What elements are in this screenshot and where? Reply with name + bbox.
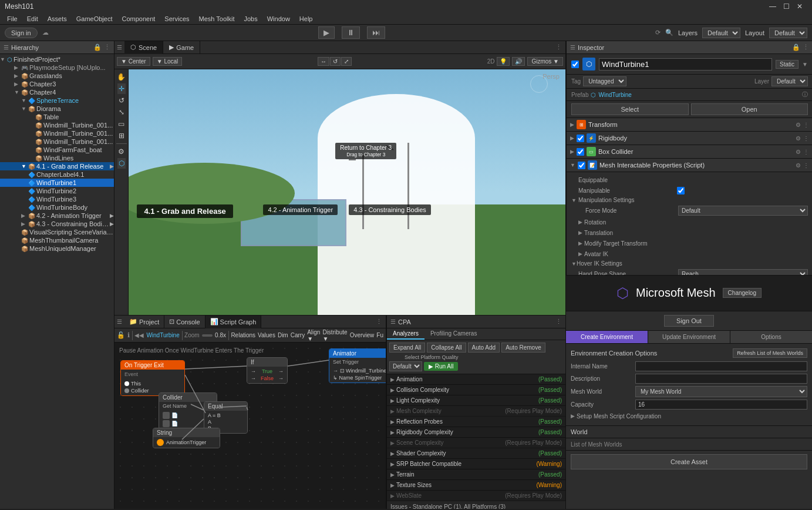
menu-help[interactable]: Help xyxy=(295,15,318,22)
menu-file[interactable]: File xyxy=(2,15,22,22)
component-rigidbody[interactable]: ▶ ⚡ Rigidbody ⚙ ⋮ xyxy=(567,132,812,145)
maximize-btn[interactable]: ☐ xyxy=(783,2,790,11)
transform-settings-icon[interactable]: ⚙ xyxy=(796,122,801,128)
rigidbody-settings-icon[interactable]: ⚙ xyxy=(796,135,801,142)
tab-profiling-cameras[interactable]: Profiling Cameras xyxy=(424,328,483,340)
tab-project[interactable]: 📁 Project xyxy=(124,316,164,328)
play-button[interactable]: ▶ xyxy=(318,26,335,39)
align-btn[interactable]: Align ▼ xyxy=(307,329,320,342)
meshint-settings-icon[interactable]: ⚙ xyxy=(796,162,801,169)
changelog-btn[interactable]: Changelog xyxy=(723,288,762,298)
script-backward-btn[interactable]: ◀◀ xyxy=(134,332,144,338)
menu-component[interactable]: Component xyxy=(117,15,160,22)
inspector-lock-icon[interactable]: 🔒 xyxy=(792,43,800,51)
cpa-section-webslate[interactable]: ▶ WebSlate (Requires Play Mode) xyxy=(387,491,565,501)
mesh-world-dropdown[interactable]: My Mesh World xyxy=(635,386,807,397)
signin-button[interactable]: Sign in xyxy=(5,28,38,38)
scale-tool[interactable]: ⤡ xyxy=(117,107,126,118)
audio-btn[interactable]: 🔊 xyxy=(512,57,525,66)
prop-modify-target[interactable]: ▶ Modify Target Transform xyxy=(578,238,808,249)
transform-menu-icon[interactable]: ⋮ xyxy=(803,122,809,128)
node-string[interactable]: String AnimationTrigger xyxy=(153,428,220,448)
cpa-section-mesh[interactable]: ▶ Mesh Complexity (Requires Play Mode) xyxy=(387,406,565,417)
tab-scene[interactable]: ⬡ Scene xyxy=(124,41,163,54)
close-btn[interactable]: ✕ xyxy=(797,2,803,11)
description-input[interactable] xyxy=(635,374,807,384)
transform-all[interactable]: ⊞ xyxy=(117,130,126,141)
hierarchy-lock-icon[interactable]: 🔒 xyxy=(93,43,102,51)
scene-menu-icon[interactable]: ⋮ xyxy=(552,43,565,51)
pause-button[interactable]: ⏸ xyxy=(342,26,360,39)
cpa-section-shader[interactable]: ▶ Shader Complexity (Passed) xyxy=(387,448,565,459)
component-transform[interactable]: ▶ ⊞ Transform ⚙ ⋮ xyxy=(567,118,812,132)
rotate-tool[interactable]: ↺ xyxy=(117,95,126,106)
object-enabled-checkbox[interactable] xyxy=(571,61,579,68)
cpa-section-reflection[interactable]: ▶ Reflection Probes (Passed) xyxy=(387,417,565,427)
scene-tool-btn[interactable]: ↔ xyxy=(318,57,329,66)
tree-item-windturbine3[interactable]: 🔷 WindTurbine3 xyxy=(0,195,114,203)
refresh-list-btn[interactable]: Refresh List of Mesh Worlds xyxy=(733,348,807,358)
platform-dropdown[interactable]: Default xyxy=(389,361,422,371)
manipulation-settings-header[interactable]: ▼ Manipulation Settings xyxy=(571,196,808,204)
move-tool[interactable]: ✛ xyxy=(117,83,126,94)
cpa-section-scene[interactable]: ▶ Scene Complexity (Requires Play Mode) xyxy=(387,438,565,448)
tree-item-windturbine1[interactable]: 🔷 WindTurbine1 xyxy=(0,179,114,187)
prop-avatar-ik[interactable]: ▶ Avatar IK xyxy=(578,249,808,259)
auto-remove-btn[interactable]: Auto Remove xyxy=(501,343,545,353)
scene-rotate-btn[interactable]: ↺ xyxy=(330,57,341,66)
tree-item-chapter4[interactable]: ▼ 📦 Chapter4 xyxy=(0,88,114,96)
zoom-slider[interactable] xyxy=(202,334,213,337)
prefab-link[interactable]: WindTurbine xyxy=(598,92,631,98)
extra-tool[interactable]: ⚙ xyxy=(117,146,126,157)
auto-add-btn[interactable]: Auto Add xyxy=(468,343,500,353)
tree-item-visualscripting[interactable]: 📦 VisualScripting SceneVariabl... xyxy=(0,228,114,236)
menu-jobs[interactable]: Jobs xyxy=(239,15,262,22)
boxcollider-menu-icon[interactable]: ⋮ xyxy=(803,149,809,155)
open-button[interactable]: Open xyxy=(691,103,808,115)
menu-mesh-toolkit[interactable]: Mesh Toolkit xyxy=(194,15,240,22)
fu-btn[interactable]: Fu xyxy=(376,332,383,338)
hover-ik-header[interactable]: ▼ Hover IK Settings xyxy=(571,259,808,268)
meshint-enabled[interactable] xyxy=(578,162,585,169)
menu-assets[interactable]: Assets xyxy=(43,15,72,22)
local-global-dropdown[interactable]: ▼ Local xyxy=(153,57,183,66)
carry-btn[interactable]: Carry xyxy=(291,332,305,338)
tree-item-windfarm[interactable]: 📦 WindFarmFast_boat xyxy=(0,146,114,154)
tree-item-finished-project[interactable]: ▼ ⬡ FinishedProject* xyxy=(0,55,114,63)
prefab-info-icon[interactable]: ⓘ xyxy=(802,90,808,99)
tree-item-meshthumbnail[interactable]: 📦 MeshThumbnailCamera xyxy=(0,236,114,244)
tab-console[interactable]: ⊡ Console xyxy=(164,316,205,328)
tab-update-environment[interactable]: Update Environment xyxy=(648,331,730,343)
object-name-field[interactable] xyxy=(599,58,772,71)
cpa-section-collision[interactable]: ▶ Collision Complexity (Passed) xyxy=(387,385,565,395)
internal-name-input[interactable] xyxy=(635,361,807,371)
relations-btn[interactable]: Relations xyxy=(231,332,255,338)
collapse-all-btn[interactable]: Collapse All xyxy=(427,343,466,353)
tree-item-constraining[interactable]: ▶ 📦 4.3 - Constraining Bodie... ▶ xyxy=(0,220,114,228)
sign-out-btn[interactable]: Sign Out xyxy=(664,315,714,327)
tree-item-table[interactable]: 📦 Table xyxy=(0,113,114,121)
lighting-btn[interactable]: 💡 xyxy=(497,57,510,66)
scene-viewport[interactable]: 4.1 - Grab and Release 4.2 - Animation T… xyxy=(114,69,565,315)
overview-btn[interactable]: Overview xyxy=(350,332,375,338)
tab-create-environment[interactable]: Create Environment xyxy=(566,331,648,343)
tab-script-graph[interactable]: 📊 Script Graph xyxy=(205,316,262,328)
layer-dropdown[interactable]: Default xyxy=(771,76,808,86)
step-button[interactable]: ⏭ xyxy=(367,26,385,39)
menu-window[interactable]: Window xyxy=(262,15,295,22)
setup-mesh-script-row[interactable]: ▶ Setup Mesh Script Configuration xyxy=(571,412,807,421)
script-lock-btn[interactable]: 🔓 xyxy=(117,331,125,339)
boxcollider-settings-icon[interactable]: ⚙ xyxy=(796,149,801,155)
rect-tool[interactable]: ▭ xyxy=(117,119,126,129)
tree-item-windmill3[interactable]: 📦 Windmill_Turbine_001... xyxy=(0,137,114,146)
hand-pose-shape-dropdown[interactable]: Reach xyxy=(678,269,808,275)
prop-rotation[interactable]: ▶ Rotation xyxy=(578,217,808,227)
tree-item-chapter3[interactable]: ▶ 📦 Chapter3 xyxy=(0,80,114,88)
menu-services[interactable]: Services xyxy=(160,15,194,22)
inspector-menu-icon[interactable]: ⋮ xyxy=(803,43,809,51)
tab-analyzers[interactable]: Analyzers xyxy=(387,328,424,340)
tree-item-sphereterrace[interactable]: ▼ 🔷 SphereTerrace xyxy=(0,96,114,105)
component-box-collider[interactable]: ▶ ▭ Box Collider ⚙ ⋮ xyxy=(567,145,812,159)
tree-item-windmill2[interactable]: 📦 Windmill_Turbine_001... xyxy=(0,129,114,137)
force-mode-dropdown[interactable]: Default xyxy=(678,206,808,216)
